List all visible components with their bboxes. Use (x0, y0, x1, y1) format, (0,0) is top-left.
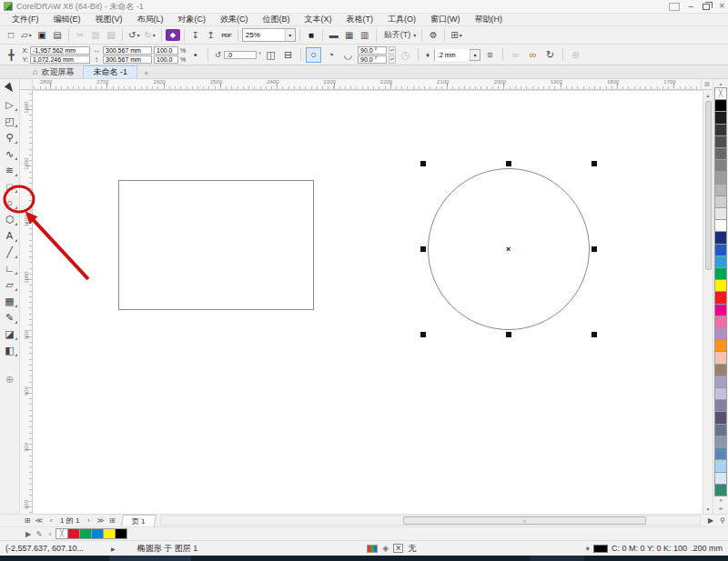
end-angle-input[interactable] (358, 55, 387, 64)
artistic-media-tool[interactable]: ≋ (1, 162, 19, 178)
rectangle-tool[interactable]: □ (1, 178, 19, 195)
color-swatch[interactable] (714, 184, 727, 196)
pie-mode-button[interactable]: ◔ (323, 47, 339, 63)
color-swatch[interactable] (714, 472, 727, 485)
color-swatch[interactable] (714, 147, 727, 160)
outline-width-dropdown[interactable]: ▾ (470, 50, 480, 60)
color-swatch[interactable] (714, 99, 727, 112)
menu-item[interactable]: 编辑(E) (47, 14, 87, 25)
snap-to-dropdown[interactable]: 贴齐(T)▾ (380, 28, 419, 43)
start-angle-input[interactable] (358, 46, 387, 55)
application-launcher[interactable]: ⊞▾ (449, 28, 463, 43)
import-button[interactable]: ↧ (188, 28, 203, 43)
page-tab[interactable]: 页 1 (121, 515, 156, 526)
options-button[interactable]: ⚙ (426, 28, 440, 43)
selection-center-mark[interactable]: × (506, 246, 511, 252)
polygon-tool[interactable]: ⬡ (1, 211, 19, 227)
color-swatch[interactable] (714, 219, 727, 232)
color-swatch[interactable] (714, 459, 727, 472)
color-swatch[interactable] (714, 364, 727, 376)
menu-item[interactable]: 视图(V) (89, 14, 129, 25)
show-rulers-button[interactable]: ▬ (327, 28, 341, 43)
scroll-down-button[interactable]: ▼ (703, 504, 713, 514)
color-swatch[interactable] (714, 316, 727, 328)
color-swatch[interactable] (714, 411, 727, 424)
transparency-tool[interactable]: ▦ (1, 293, 19, 309)
add-page-end-button[interactable]: ⊞ (106, 516, 117, 526)
lock-ratio-button[interactable]: • (187, 47, 203, 63)
no-color-swatch[interactable]: ╳ (56, 528, 68, 539)
add-property-button[interactable]: ⊕ (568, 47, 583, 63)
menu-item[interactable]: 文本(X) (298, 14, 339, 25)
zoom-tool[interactable]: ⚲ (1, 129, 19, 145)
color-swatch[interactable] (714, 111, 727, 124)
arc-mode-button[interactable]: ◡ (340, 47, 356, 63)
color-swatch[interactable] (714, 436, 727, 448)
color-swatch[interactable] (714, 304, 727, 316)
palette-expand[interactable]: ≫ (714, 505, 727, 513)
color-swatch[interactable] (714, 484, 727, 496)
selection-handle[interactable] (506, 161, 511, 166)
interactive-fill-tool[interactable]: ◪ (1, 326, 19, 342)
color-swatch[interactable] (714, 267, 727, 280)
change-direction-button[interactable]: ◷ (398, 47, 413, 63)
color-swatch[interactable] (714, 376, 727, 388)
ruler-origin-button[interactable]: ⊞ (701, 79, 713, 90)
scale-x-input[interactable] (154, 46, 178, 55)
quick-zoom-button[interactable]: ⚲ (717, 516, 728, 526)
color-swatch[interactable] (714, 159, 727, 172)
previous-page-button[interactable]: ‹ (46, 516, 56, 526)
menu-item[interactable]: 文件(F) (5, 14, 46, 25)
color-swatch[interactable] (714, 291, 727, 304)
fullscreen-preview-button[interactable]: ■ (304, 28, 318, 43)
selection-handle[interactable] (420, 332, 426, 337)
color-swatch[interactable] (714, 339, 727, 352)
save-button[interactable]: ▣ (35, 28, 49, 43)
color-swatch[interactable] (714, 195, 727, 208)
color-swatch[interactable] (714, 135, 727, 148)
text-tool[interactable]: A (1, 227, 19, 244)
dimension-tool[interactable]: ╱ (1, 244, 19, 260)
tab-document[interactable]: 未命名 -1 (83, 65, 137, 78)
open-button[interactable]: ▱▾ (19, 28, 34, 43)
menu-item[interactable]: 布局(L) (131, 14, 170, 25)
color-swatch[interactable] (714, 244, 727, 256)
pick-tool[interactable] (1, 80, 19, 96)
menu-item[interactable]: 表格(T) (340, 14, 380, 25)
smart-fill-tool[interactable]: ◧ (1, 342, 19, 358)
eyedropper-tool[interactable]: ✎ (1, 309, 19, 326)
mirror-vertical-button[interactable]: ⊟ (280, 47, 296, 63)
ellipse-tool[interactable]: ○ (1, 195, 19, 211)
search-content-button[interactable]: ◆ (166, 29, 180, 41)
drop-shadow-tool[interactable]: ▱ (1, 276, 19, 293)
freehand-tool[interactable]: ∿ (1, 145, 19, 162)
menu-item[interactable]: 对象(C) (172, 14, 213, 25)
menu-item[interactable]: 帮助(H) (469, 14, 510, 25)
document-palette-scroll-left[interactable]: ‹ (46, 530, 55, 538)
color-swatch[interactable] (714, 279, 727, 292)
palette-scroll-down[interactable]: ▾ (714, 496, 727, 505)
menu-item[interactable]: 工具(O) (381, 14, 422, 25)
shape-tool[interactable]: ▷ (1, 96, 19, 113)
object-x-input[interactable] (30, 46, 90, 55)
horizontal-scroll-thumb[interactable]: ≡ (403, 516, 645, 525)
color-swatch[interactable] (714, 351, 727, 364)
coords-expand-icon[interactable]: ▶ (111, 546, 116, 552)
zoom-level-combo[interactable]: ▾ (242, 28, 296, 42)
add-page-start-button[interactable]: ⊞ (22, 516, 33, 526)
menu-item[interactable]: 位图(B) (257, 14, 297, 25)
color-swatch[interactable] (91, 528, 104, 539)
vertical-scrollbar[interactable]: ▲ ▼ (703, 90, 713, 514)
minimize-button[interactable]: – (689, 2, 694, 11)
show-guidelines-button[interactable]: ▥ (358, 28, 372, 43)
zoom-level-dropdown[interactable]: ▾ (285, 29, 295, 41)
color-swatch[interactable] (714, 255, 727, 268)
outline-width-input[interactable] (435, 49, 470, 61)
last-page-button[interactable]: ≫ (95, 516, 106, 526)
color-settings-icon[interactable] (367, 545, 378, 553)
selection-handle[interactable] (592, 332, 597, 337)
object-y-input[interactable] (30, 55, 90, 64)
undo-button[interactable]: ↺▾ (126, 28, 141, 43)
selection-handle[interactable] (592, 246, 597, 252)
copy-button[interactable]: ▥ (88, 28, 103, 43)
